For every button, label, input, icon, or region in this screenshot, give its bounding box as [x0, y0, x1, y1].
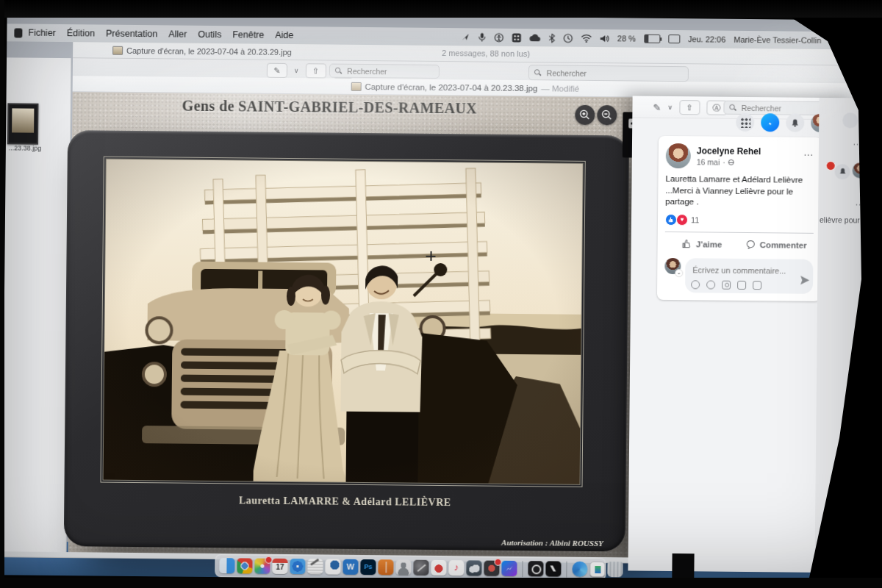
markup-pencil-icon[interactable]: ✎ — [267, 63, 287, 78]
menu-outils[interactable]: Outils — [198, 29, 221, 40]
zoom-out-button[interactable] — [597, 105, 617, 125]
dock-separator — [522, 561, 523, 577]
account-avatar — [860, 114, 875, 129]
cloud-icon[interactable] — [529, 34, 540, 42]
share-icon[interactable]: ⇧ — [305, 63, 326, 78]
dock-icon-document[interactable] — [589, 562, 605, 577]
sticker-icon[interactable] — [753, 281, 761, 290]
facebook-search-input[interactable] — [740, 102, 826, 113]
post-author-avatar[interactable] — [666, 143, 691, 168]
comment-input[interactable] — [691, 265, 810, 276]
commenter-avatar[interactable] — [664, 257, 681, 273]
dock-icon-chrome[interactable] — [237, 558, 252, 573]
divider — [665, 231, 814, 233]
dock-icon-acrobat[interactable] — [431, 560, 446, 576]
markup-pencil-icon[interactable]: ✎ — [653, 101, 661, 112]
dock-icon-photo-booth[interactable] — [484, 561, 499, 576]
chevron-down-icon[interactable]: ∨ — [294, 67, 299, 74]
user-name[interactable]: Marie-Ève Tessier-Collin — [734, 35, 821, 45]
dock-icon-trash[interactable] — [607, 562, 623, 577]
dock-icon-downloads[interactable] — [572, 562, 587, 577]
badge — [265, 556, 272, 564]
menu-aide[interactable]: Aide — [275, 30, 293, 40]
like-reaction-icon[interactable] — [665, 213, 677, 225]
menu-presentation[interactable]: Présentation — [106, 29, 157, 40]
reaction-count[interactable]: 11 — [691, 215, 700, 224]
love-reaction-icon[interactable]: ♥ — [676, 214, 688, 226]
notifications-bell-icon[interactable] — [786, 113, 804, 132]
notifications-bell-icon — [835, 164, 850, 179]
dock-icon-word[interactable]: W — [343, 559, 358, 575]
menu-aller[interactable]: Aller — [168, 29, 187, 39]
dock-icon-books[interactable] — [378, 559, 393, 575]
passwords-icon[interactable] — [512, 32, 521, 42]
artwork-credit: Autorisation : Albini ROUSSY — [439, 537, 603, 548]
menubar-clock[interactable]: Jeu. 22:06 — [688, 35, 725, 43]
camera-icon[interactable] — [722, 280, 731, 289]
battery-percent: 28 % — [617, 34, 636, 43]
post-author-name[interactable]: Jocelyne Rehel — [697, 146, 761, 157]
apple-menu-icon[interactable] — [14, 28, 22, 37]
bluetooth-icon[interactable] — [548, 33, 555, 43]
dock-separator — [566, 561, 567, 577]
comment-input-pill[interactable] — [685, 258, 813, 294]
zoom-in-button[interactable] — [575, 105, 595, 125]
battery-icon[interactable] — [644, 35, 660, 43]
dock-icon-contacts[interactable] — [395, 559, 411, 575]
badge — [494, 559, 501, 566]
back-search-field[interactable] — [329, 64, 440, 79]
control-center-icon[interactable] — [846, 37, 856, 44]
dock-icon-textedit[interactable] — [307, 559, 323, 574]
dock-icon-obs[interactable] — [528, 561, 543, 576]
send-comment-icon[interactable] — [800, 275, 810, 284]
apps-grid-icon[interactable] — [736, 113, 754, 132]
dock-icon-garageband[interactable] — [413, 560, 429, 576]
search-icon — [335, 67, 341, 74]
sidebar-thumbnail[interactable] — [7, 103, 39, 144]
vintage-photo — [103, 159, 584, 485]
notifications-bell-icon — [842, 112, 858, 128]
chevron-down-icon[interactable]: ∨ — [667, 104, 673, 111]
post-date[interactable]: 16 mai — [697, 157, 720, 166]
wifi-icon[interactable] — [581, 34, 592, 42]
dock-icon-capcut[interactable] — [545, 561, 561, 576]
share-icon[interactable]: ⇧ — [679, 100, 700, 115]
front-window-modified: — Modifié — [541, 84, 579, 93]
comment-button[interactable]: Commenter — [739, 234, 814, 254]
dock-icon-photos[interactable] — [254, 559, 270, 574]
emoji-icon[interactable] — [706, 280, 715, 289]
volume-icon[interactable] — [600, 35, 609, 43]
screen-content: Fichier Édition Présentation Aller Outil… — [0, 0, 882, 588]
like-button[interactable]: J'aime — [665, 234, 739, 254]
menu-fichier[interactable]: Fichier — [28, 28, 56, 38]
time-machine-icon[interactable] — [563, 33, 573, 43]
messenger-icon[interactable] — [761, 113, 779, 132]
menu-edition[interactable]: Édition — [67, 28, 95, 38]
dock: 17 W Ps ♪ — [215, 554, 606, 581]
dock-icon-music[interactable]: ♪ — [448, 560, 464, 576]
dock-icon-messenger[interactable] — [501, 561, 517, 576]
dock-icon-finder[interactable] — [219, 558, 234, 573]
gif-icon[interactable] — [737, 280, 746, 289]
address-search-field[interactable] — [528, 65, 689, 82]
avatar-sticker-icon[interactable] — [691, 280, 700, 289]
facebook-post-card: Jocelyne Rehel 16 mai· … Lauretta Lamarr… — [657, 136, 822, 301]
messenger-badge — [826, 161, 836, 171]
address-search-input[interactable] — [545, 68, 684, 79]
mic-icon[interactable] — [478, 32, 486, 42]
post-text: Lauretta Lamarre et Adélard Lelièvre ...… — [665, 173, 814, 209]
dock-icon-safari[interactable] — [290, 559, 305, 574]
location-icon[interactable] — [461, 32, 470, 41]
dock-icon-weather[interactable] — [466, 560, 481, 576]
back-search-input[interactable] — [345, 65, 434, 76]
accessibility-icon[interactable] — [494, 32, 503, 42]
display-mirroring-icon[interactable] — [668, 35, 680, 43]
dock-icon-openoffice[interactable] — [325, 559, 340, 575]
post-more-button[interactable]: … — [803, 146, 814, 158]
dock-icon-photoshop[interactable]: Ps — [360, 559, 376, 575]
spotlight-search-icon[interactable] — [829, 36, 838, 45]
dock-icon-calendar[interactable]: 17 — [272, 559, 287, 574]
background-post-text: elièvre pour l — [820, 215, 864, 225]
account-avatar — [853, 162, 868, 178]
menu-fenetre[interactable]: Fenêtre — [232, 29, 264, 40]
